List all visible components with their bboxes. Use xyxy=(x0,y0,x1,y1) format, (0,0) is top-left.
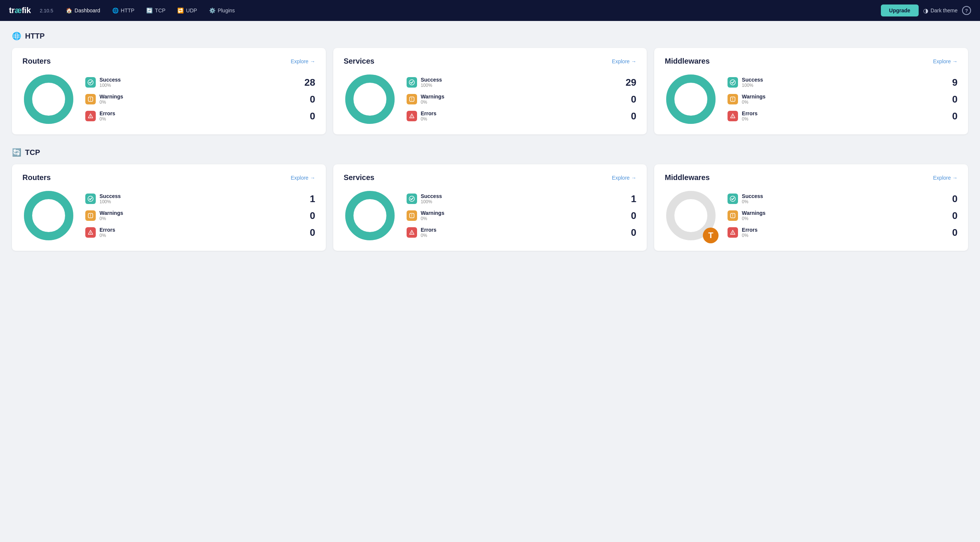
tcp-services-explore[interactable]: Explore → xyxy=(612,175,636,181)
tcp-services-donut xyxy=(344,190,396,242)
nav-version: 2.10.5 xyxy=(40,8,53,13)
tcp-middlewares-explore[interactable]: Explore → xyxy=(933,175,958,181)
success-text: Success 100% xyxy=(421,77,622,88)
success-text: Success 100% xyxy=(742,77,943,88)
tcp-middlewares-body: T Success 0% 0 xyxy=(665,190,958,242)
http-routers-explore[interactable]: Explore → xyxy=(291,58,315,64)
dark-theme-toggle[interactable]: ◑ Dark theme xyxy=(923,7,958,14)
tcp-services-body: Success 100% 1 ! Warnings 0% 0 xyxy=(344,190,636,242)
legend-success: Success 100% 1 xyxy=(85,193,315,205)
arrow-icon: → xyxy=(310,58,315,64)
navbar: træfik 2.10.5 🏠 Dashboard 🌐 HTTP 🔄 TCP 🔁… xyxy=(0,0,980,21)
success-icon xyxy=(85,193,96,204)
help-icon[interactable]: ? xyxy=(962,6,971,15)
nav-item-http[interactable]: 🌐 HTTP xyxy=(107,5,140,16)
warnings-text: Warnings 0% xyxy=(742,94,943,105)
legend-success: Success 0% 0 xyxy=(727,193,958,205)
tcp-routers-explore[interactable]: Explore → xyxy=(291,175,315,181)
tcp-middlewares-donut: T xyxy=(665,190,717,242)
tcp-section-icon: 🔄 xyxy=(12,148,21,157)
error-icon: ! xyxy=(85,111,96,121)
svg-text:!: ! xyxy=(90,214,91,218)
tcp-section-title: TCP xyxy=(25,148,40,157)
svg-text:!: ! xyxy=(90,115,91,118)
tcp-services-legend: Success 100% 1 ! Warnings 0% 0 xyxy=(407,193,636,238)
svg-text:!: ! xyxy=(411,214,412,218)
legend-success: Success 100% 9 xyxy=(727,77,958,88)
warning-icon: ! xyxy=(407,210,417,221)
tcp-routers-title: Routers xyxy=(22,173,51,182)
http-routers-card: Routers Explore → xyxy=(12,48,326,134)
tcp-section-header: 🔄 TCP xyxy=(12,148,968,157)
success-text: Success 100% xyxy=(421,193,622,204)
legend-errors: ! Errors 0% 0 xyxy=(727,110,958,122)
legend-success: Success 100% 29 xyxy=(407,77,636,88)
legend-success: Success 100% 28 xyxy=(85,77,315,88)
svg-text:!: ! xyxy=(90,231,91,235)
tcp-cards-row: Routers Explore → xyxy=(12,164,968,251)
http-services-donut xyxy=(344,73,396,125)
errors-text: Errors 0% xyxy=(742,110,943,122)
http-services-card-header: Services Explore → xyxy=(344,57,636,65)
http-middlewares-body: Success 100% 9 ! Warnings 0% 0 xyxy=(665,73,958,125)
http-section-icon: 🌐 xyxy=(12,32,21,40)
http-services-card: Services Explore → xyxy=(333,48,647,134)
error-icon: ! xyxy=(727,111,738,121)
http-middlewares-legend: Success 100% 9 ! Warnings 0% 0 xyxy=(727,77,958,122)
nav-items: 🏠 Dashboard 🌐 HTTP 🔄 TCP 🔁 UDP ⚙️ Plugin… xyxy=(60,5,878,16)
theme-icon: ◑ xyxy=(923,7,928,14)
svg-text:!: ! xyxy=(411,97,412,102)
tcp-services-card-header: Services Explore → xyxy=(344,173,636,182)
arrow-icon: → xyxy=(310,175,315,181)
http-middlewares-explore[interactable]: Explore → xyxy=(933,58,958,64)
warnings-text: Warnings 0% xyxy=(100,94,301,105)
http-services-legend: Success 100% 29 ! Warnings 0% 0 xyxy=(407,77,636,122)
upgrade-button[interactable]: Upgrade xyxy=(881,5,919,16)
tcp-routers-legend: Success 100% 1 ! Warnings 0% 0 xyxy=(85,193,315,238)
logo-text: træfik xyxy=(9,6,31,15)
http-services-explore[interactable]: Explore → xyxy=(612,58,636,64)
tcp-middlewares-card: Middlewares Explore → T xyxy=(654,164,968,251)
tcp-routers-card-header: Routers Explore → xyxy=(22,173,315,182)
warnings-text: Warnings 0% xyxy=(100,210,301,221)
warnings-text: Warnings 0% xyxy=(742,210,943,221)
success-icon xyxy=(85,77,96,88)
errors-text: Errors 0% xyxy=(742,227,943,238)
warnings-text: Warnings 0% xyxy=(421,210,622,221)
nav-item-dashboard[interactable]: 🏠 Dashboard xyxy=(60,5,105,16)
nav-item-plugins[interactable]: ⚙️ Plugins xyxy=(204,5,240,16)
arrow-icon: → xyxy=(631,175,636,181)
http-middlewares-card-header: Middlewares Explore → xyxy=(665,57,958,65)
legend-warnings: ! Warnings 0% 0 xyxy=(85,210,315,222)
tcp-routers-body: Success 100% 1 ! Warnings 0% 0 xyxy=(22,190,315,242)
svg-text:!: ! xyxy=(90,97,91,102)
legend-warnings: ! Warnings 0% 0 xyxy=(407,94,636,105)
warning-icon: ! xyxy=(727,94,738,104)
errors-text: Errors 0% xyxy=(100,227,301,238)
globe-icon: 🌐 xyxy=(112,8,119,13)
warning-icon: ! xyxy=(407,94,417,104)
nav-item-udp[interactable]: 🔁 UDP xyxy=(172,5,202,16)
svg-point-18 xyxy=(681,89,701,109)
http-routers-title: Routers xyxy=(22,57,51,65)
http-routers-card-header: Routers Explore → xyxy=(22,57,315,65)
success-icon xyxy=(727,193,738,204)
tcp-middlewares-legend: Success 0% 0 ! Warnings 0% 0 xyxy=(727,193,958,238)
legend-errors: ! Errors 0% 0 xyxy=(85,227,315,238)
legend-errors: ! Errors 0% 0 xyxy=(85,110,315,122)
legend-success: Success 100% 1 xyxy=(407,193,636,205)
svg-text:!: ! xyxy=(732,115,733,118)
arrow-icon: → xyxy=(631,58,636,64)
errors-text: Errors 0% xyxy=(421,110,622,122)
legend-warnings: ! Warnings 0% 0 xyxy=(85,94,315,105)
svg-point-34 xyxy=(360,206,380,225)
http-section-title: HTTP xyxy=(25,32,45,40)
http-services-body: Success 100% 29 ! Warnings 0% 0 xyxy=(344,73,636,125)
error-icon: ! xyxy=(407,111,417,121)
tcp-routers-donut xyxy=(22,190,75,242)
error-icon: ! xyxy=(407,227,417,238)
main-content: 🌐 HTTP Routers Explore → xyxy=(0,21,980,264)
home-icon: 🏠 xyxy=(66,8,72,13)
nav-item-tcp[interactable]: 🔄 TCP xyxy=(141,5,170,16)
success-icon xyxy=(727,77,738,88)
